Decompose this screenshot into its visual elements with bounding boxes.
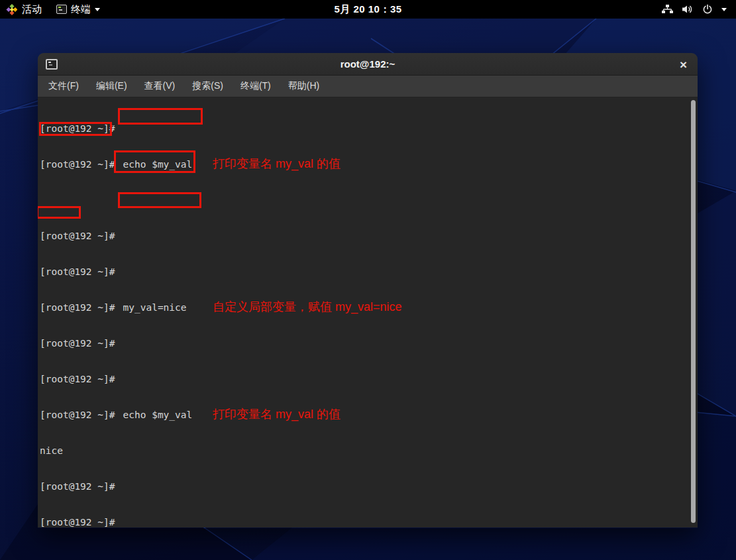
system-status-area[interactable] xyxy=(662,4,727,15)
distro-logo-icon xyxy=(6,4,17,15)
highlight-box-assignment-cmd xyxy=(114,150,195,173)
close-button[interactable]: × xyxy=(680,58,687,70)
prompt-text: [root@192 ~]# xyxy=(40,481,115,492)
highlight-box-echo-cmd-1 xyxy=(118,108,203,125)
command-text: my_val=nice xyxy=(123,302,187,313)
network-icon xyxy=(662,4,673,15)
annotation-text: 打印变量名 my_val 的值 xyxy=(213,157,341,171)
activities-button[interactable]: 活动 xyxy=(6,3,42,16)
prompt-text: [root@192 ~]# xyxy=(40,231,115,241)
highlight-box-nice-output xyxy=(38,206,81,219)
volume-icon xyxy=(682,4,694,15)
prompt-text: [root@192 ~]# xyxy=(40,159,115,170)
terminal-line: [root@192 ~]# xyxy=(40,337,698,349)
terminal-content[interactable]: [root@192 ~]# [root@192 ~]#echo $my_val打… xyxy=(38,97,698,528)
terminal-line: [root@192 ~]#echo $my_val打印变量名 my_val 的值 xyxy=(40,409,698,421)
window-titlebar[interactable]: root@192:~ × xyxy=(38,53,698,76)
terminal-line: [root@192 ~]#my_val=nice自定义局部变量，赋值 my_va… xyxy=(40,302,698,313)
top-bar: 活动 终端 5月 20 10：35 xyxy=(0,0,736,19)
clock[interactable]: 5月 20 10：35 xyxy=(334,3,401,16)
prompt-text: [root@192 ~]# xyxy=(40,517,115,528)
prompt-text: [root@192 ~]# xyxy=(40,302,115,313)
window-title: root@192:~ xyxy=(341,58,395,70)
terminal-scrollbar[interactable] xyxy=(691,100,696,523)
prompt-text: [root@192 ~]# xyxy=(40,338,115,349)
prompt-text: [root@192 ~]# xyxy=(40,410,115,420)
power-icon xyxy=(702,4,713,15)
activities-label: 活动 xyxy=(22,3,42,16)
menu-file[interactable]: 文件(F) xyxy=(44,78,83,95)
chevron-down-icon xyxy=(721,8,727,11)
terminal-line: nice xyxy=(40,445,698,457)
command-text: echo $my_val xyxy=(123,410,193,420)
output-text: nice xyxy=(40,445,63,456)
menu-view[interactable]: 查看(V) xyxy=(140,78,180,95)
prompt-text: [root@192 ~]# xyxy=(40,374,115,384)
terminal-line: [root@192 ~]# xyxy=(40,373,698,385)
menu-help[interactable]: 帮助(H) xyxy=(284,78,323,95)
terminal-window: root@192:~ × 文件(F) 编辑(E) 查看(V) 搜索(S) 终端(… xyxy=(38,53,698,528)
menu-edit[interactable]: 编辑(E) xyxy=(92,78,131,95)
annotation-text: 打印变量名 my_val 的值 xyxy=(213,408,341,421)
highlight-box-echo-cmd-2 xyxy=(118,192,201,208)
app-menu-label: 终端 xyxy=(71,3,91,16)
terminal-line: [root@192 ~]# xyxy=(40,266,698,278)
prompt-text: [root@192 ~]# xyxy=(40,266,115,277)
menu-bar: 文件(F) 编辑(E) 查看(V) 搜索(S) 终端(T) 帮助(H) xyxy=(38,76,698,97)
menu-search[interactable]: 搜索(S) xyxy=(188,78,227,95)
terminal-line: [root@192 ~]# xyxy=(40,480,698,492)
terminal-line: [root@192 ~]# xyxy=(40,516,698,528)
annotation-text: 自定义局部变量，赋值 my_val=nice xyxy=(213,300,402,314)
terminal-line: [root@192 ~]# xyxy=(40,230,698,242)
window-terminal-icon xyxy=(46,59,58,70)
chevron-down-icon xyxy=(95,8,100,11)
highlight-box-empty-output xyxy=(39,122,112,136)
menu-terminal[interactable]: 终端(T) xyxy=(237,78,275,95)
terminal-app-icon xyxy=(56,5,67,14)
app-menu-button[interactable]: 终端 xyxy=(56,3,100,16)
